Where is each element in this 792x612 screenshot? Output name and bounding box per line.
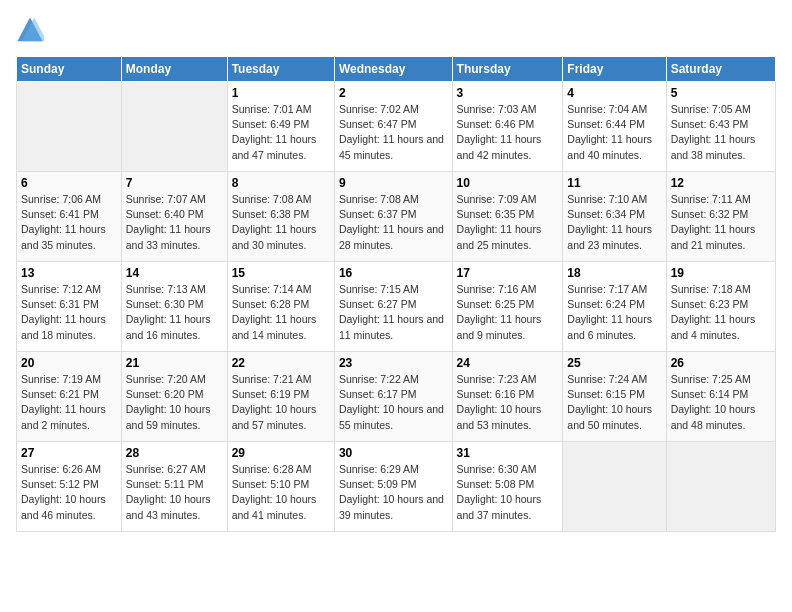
day-number: 19 — [671, 266, 771, 280]
day-info: Sunrise: 6:27 AM Sunset: 5:11 PM Dayligh… — [126, 462, 223, 523]
calendar-cell: 24 Sunrise: 7:23 AM Sunset: 6:16 PM Dayl… — [452, 352, 563, 442]
day-info: Sunrise: 7:09 AM Sunset: 6:35 PM Dayligh… — [457, 192, 559, 253]
day-number: 31 — [457, 446, 559, 460]
day-number: 7 — [126, 176, 223, 190]
day-header-saturday: Saturday — [666, 57, 775, 82]
day-number: 14 — [126, 266, 223, 280]
day-info: Sunrise: 7:13 AM Sunset: 6:30 PM Dayligh… — [126, 282, 223, 343]
logo — [16, 16, 48, 44]
day-number: 8 — [232, 176, 330, 190]
day-info: Sunrise: 7:19 AM Sunset: 6:21 PM Dayligh… — [21, 372, 117, 433]
day-info: Sunrise: 7:05 AM Sunset: 6:43 PM Dayligh… — [671, 102, 771, 163]
day-info: Sunrise: 7:01 AM Sunset: 6:49 PM Dayligh… — [232, 102, 330, 163]
day-info: Sunrise: 7:04 AM Sunset: 6:44 PM Dayligh… — [567, 102, 661, 163]
week-row-3: 13 Sunrise: 7:12 AM Sunset: 6:31 PM Dayl… — [17, 262, 776, 352]
calendar-cell: 4 Sunrise: 7:04 AM Sunset: 6:44 PM Dayli… — [563, 82, 666, 172]
calendar-cell: 5 Sunrise: 7:05 AM Sunset: 6:43 PM Dayli… — [666, 82, 775, 172]
calendar-table: SundayMondayTuesdayWednesdayThursdayFrid… — [16, 56, 776, 532]
day-info: Sunrise: 7:17 AM Sunset: 6:24 PM Dayligh… — [567, 282, 661, 343]
day-number: 6 — [21, 176, 117, 190]
calendar-cell: 25 Sunrise: 7:24 AM Sunset: 6:15 PM Dayl… — [563, 352, 666, 442]
day-info: Sunrise: 7:03 AM Sunset: 6:46 PM Dayligh… — [457, 102, 559, 163]
day-info: Sunrise: 6:29 AM Sunset: 5:09 PM Dayligh… — [339, 462, 448, 523]
day-number: 25 — [567, 356, 661, 370]
calendar-cell: 6 Sunrise: 7:06 AM Sunset: 6:41 PM Dayli… — [17, 172, 122, 262]
day-info: Sunrise: 7:12 AM Sunset: 6:31 PM Dayligh… — [21, 282, 117, 343]
day-info: Sunrise: 7:08 AM Sunset: 6:38 PM Dayligh… — [232, 192, 330, 253]
week-row-2: 6 Sunrise: 7:06 AM Sunset: 6:41 PM Dayli… — [17, 172, 776, 262]
day-number: 27 — [21, 446, 117, 460]
header-row: SundayMondayTuesdayWednesdayThursdayFrid… — [17, 57, 776, 82]
day-number: 15 — [232, 266, 330, 280]
day-number: 2 — [339, 86, 448, 100]
calendar-cell: 16 Sunrise: 7:15 AM Sunset: 6:27 PM Dayl… — [334, 262, 452, 352]
calendar-cell: 28 Sunrise: 6:27 AM Sunset: 5:11 PM Dayl… — [121, 442, 227, 532]
week-row-4: 20 Sunrise: 7:19 AM Sunset: 6:21 PM Dayl… — [17, 352, 776, 442]
day-info: Sunrise: 7:15 AM Sunset: 6:27 PM Dayligh… — [339, 282, 448, 343]
calendar-cell: 19 Sunrise: 7:18 AM Sunset: 6:23 PM Dayl… — [666, 262, 775, 352]
day-header-wednesday: Wednesday — [334, 57, 452, 82]
day-header-monday: Monday — [121, 57, 227, 82]
day-number: 20 — [21, 356, 117, 370]
week-row-5: 27 Sunrise: 6:26 AM Sunset: 5:12 PM Dayl… — [17, 442, 776, 532]
calendar-cell: 26 Sunrise: 7:25 AM Sunset: 6:14 PM Dayl… — [666, 352, 775, 442]
day-header-thursday: Thursday — [452, 57, 563, 82]
day-info: Sunrise: 7:11 AM Sunset: 6:32 PM Dayligh… — [671, 192, 771, 253]
day-info: Sunrise: 6:30 AM Sunset: 5:08 PM Dayligh… — [457, 462, 559, 523]
day-number: 18 — [567, 266, 661, 280]
day-info: Sunrise: 7:24 AM Sunset: 6:15 PM Dayligh… — [567, 372, 661, 433]
day-number: 17 — [457, 266, 559, 280]
calendar-cell: 8 Sunrise: 7:08 AM Sunset: 6:38 PM Dayli… — [227, 172, 334, 262]
day-number: 4 — [567, 86, 661, 100]
day-info: Sunrise: 7:02 AM Sunset: 6:47 PM Dayligh… — [339, 102, 448, 163]
day-header-sunday: Sunday — [17, 57, 122, 82]
calendar-cell: 2 Sunrise: 7:02 AM Sunset: 6:47 PM Dayli… — [334, 82, 452, 172]
day-info: Sunrise: 7:25 AM Sunset: 6:14 PM Dayligh… — [671, 372, 771, 433]
day-number: 1 — [232, 86, 330, 100]
day-number: 13 — [21, 266, 117, 280]
calendar-cell: 22 Sunrise: 7:21 AM Sunset: 6:19 PM Dayl… — [227, 352, 334, 442]
calendar-cell: 7 Sunrise: 7:07 AM Sunset: 6:40 PM Dayli… — [121, 172, 227, 262]
calendar-cell — [666, 442, 775, 532]
day-number: 9 — [339, 176, 448, 190]
calendar-cell: 23 Sunrise: 7:22 AM Sunset: 6:17 PM Dayl… — [334, 352, 452, 442]
day-number: 10 — [457, 176, 559, 190]
day-info: Sunrise: 7:22 AM Sunset: 6:17 PM Dayligh… — [339, 372, 448, 433]
day-header-tuesday: Tuesday — [227, 57, 334, 82]
day-info: Sunrise: 7:23 AM Sunset: 6:16 PM Dayligh… — [457, 372, 559, 433]
day-info: Sunrise: 6:26 AM Sunset: 5:12 PM Dayligh… — [21, 462, 117, 523]
day-number: 16 — [339, 266, 448, 280]
calendar-cell: 30 Sunrise: 6:29 AM Sunset: 5:09 PM Dayl… — [334, 442, 452, 532]
page-header — [16, 16, 776, 44]
day-number: 3 — [457, 86, 559, 100]
calendar-cell: 10 Sunrise: 7:09 AM Sunset: 6:35 PM Dayl… — [452, 172, 563, 262]
day-info: Sunrise: 7:06 AM Sunset: 6:41 PM Dayligh… — [21, 192, 117, 253]
calendar-cell: 20 Sunrise: 7:19 AM Sunset: 6:21 PM Dayl… — [17, 352, 122, 442]
calendar-cell — [563, 442, 666, 532]
day-number: 30 — [339, 446, 448, 460]
day-info: Sunrise: 7:14 AM Sunset: 6:28 PM Dayligh… — [232, 282, 330, 343]
calendar-cell — [121, 82, 227, 172]
calendar-cell: 3 Sunrise: 7:03 AM Sunset: 6:46 PM Dayli… — [452, 82, 563, 172]
day-info: Sunrise: 7:10 AM Sunset: 6:34 PM Dayligh… — [567, 192, 661, 253]
day-number: 21 — [126, 356, 223, 370]
day-info: Sunrise: 6:28 AM Sunset: 5:10 PM Dayligh… — [232, 462, 330, 523]
calendar-cell: 9 Sunrise: 7:08 AM Sunset: 6:37 PM Dayli… — [334, 172, 452, 262]
day-number: 23 — [339, 356, 448, 370]
day-number: 26 — [671, 356, 771, 370]
day-info: Sunrise: 7:07 AM Sunset: 6:40 PM Dayligh… — [126, 192, 223, 253]
calendar-cell: 17 Sunrise: 7:16 AM Sunset: 6:25 PM Dayl… — [452, 262, 563, 352]
day-number: 5 — [671, 86, 771, 100]
calendar-cell: 18 Sunrise: 7:17 AM Sunset: 6:24 PM Dayl… — [563, 262, 666, 352]
day-header-friday: Friday — [563, 57, 666, 82]
day-info: Sunrise: 7:20 AM Sunset: 6:20 PM Dayligh… — [126, 372, 223, 433]
day-info: Sunrise: 7:21 AM Sunset: 6:19 PM Dayligh… — [232, 372, 330, 433]
calendar-cell: 14 Sunrise: 7:13 AM Sunset: 6:30 PM Dayl… — [121, 262, 227, 352]
calendar-cell: 27 Sunrise: 6:26 AM Sunset: 5:12 PM Dayl… — [17, 442, 122, 532]
calendar-cell: 15 Sunrise: 7:14 AM Sunset: 6:28 PM Dayl… — [227, 262, 334, 352]
calendar-cell: 12 Sunrise: 7:11 AM Sunset: 6:32 PM Dayl… — [666, 172, 775, 262]
day-number: 11 — [567, 176, 661, 190]
day-number: 12 — [671, 176, 771, 190]
day-number: 28 — [126, 446, 223, 460]
week-row-1: 1 Sunrise: 7:01 AM Sunset: 6:49 PM Dayli… — [17, 82, 776, 172]
